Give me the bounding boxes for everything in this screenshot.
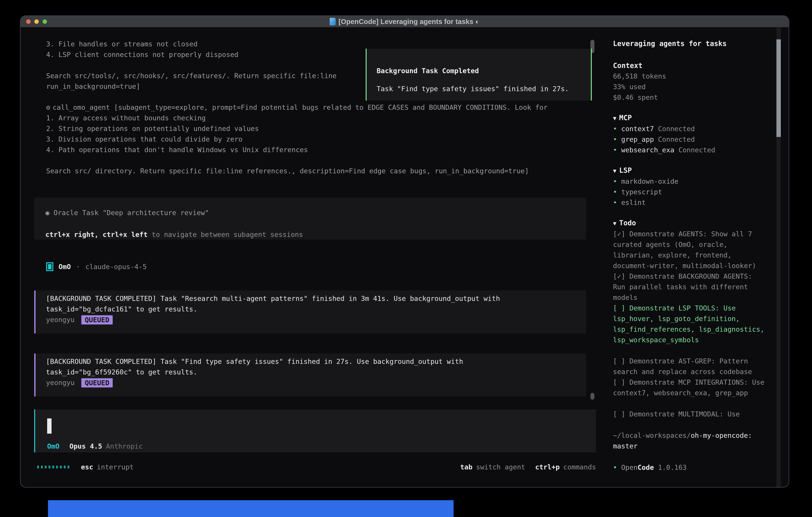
todo-text: Demonstrate BACKGROUND AGENTS: Run paral…	[613, 272, 752, 301]
task-message-meta: yeongyu QUEUED	[46, 315, 586, 325]
esc-key-hint: esc	[81, 463, 93, 471]
tool-call-text: call_omo_agent [subagent_type=explore, p…	[53, 103, 548, 111]
terminal-line: 3. File handles or streams not closed	[46, 39, 337, 49]
todo-item: [ ] Demonstrate MCP INTEGRATIONS: Use co…	[613, 377, 767, 398]
esc-key-label: interrupt	[97, 463, 134, 471]
text-cursor	[47, 418, 52, 434]
main-scrollbar-thumb-bottom[interactable]	[590, 393, 594, 400]
spinner-dots-icon	[37, 466, 69, 468]
todo-item: [✓] Demonstrate BACKGROUND AGENTS: Run p…	[613, 271, 767, 303]
status-bar: esc interrupt tabswitch agent ctrl+pcomm…	[34, 462, 596, 472]
minimize-window-button[interactable]	[34, 19, 39, 24]
task-message-line1: [BACKGROUND TASK COMPLETED] Task "Find t…	[46, 356, 586, 367]
agent-session-header: OmO · claude-opus-4-5	[46, 261, 147, 272]
queued-status-badge: QUEUED	[81, 315, 113, 324]
session-title: Leveraging agents for tasks	[613, 38, 789, 49]
chevron-down-icon: ▼	[613, 167, 616, 174]
context-stats: 66,518 tokens33% used$0.46 spent	[613, 71, 789, 103]
chevron-down-icon: ▼	[613, 220, 616, 227]
todo-text: Demonstrate MCP INTEGRATIONS: Use contex…	[613, 378, 764, 397]
tool-call-output: ⚙call_omo_agent [subagent_type=explore, …	[46, 102, 548, 176]
terminal-line	[46, 155, 548, 166]
ctrl-p-key-label: commands	[563, 463, 596, 471]
window-content: 3. File handles or streams not closed4. …	[21, 27, 789, 487]
terminal-line: 4. Path operations that don't handle Win…	[46, 144, 548, 155]
lsp-item: • typescript	[613, 187, 789, 197]
traffic-lights	[26, 16, 47, 27]
git-branch: master	[613, 442, 638, 450]
todo-item: [ ] Demonstrate AST-GREP: Pattern search…	[613, 356, 767, 377]
task-user: yeongyu	[46, 315, 75, 325]
context-stat-line: $0.46 spent	[613, 92, 789, 103]
status-right: tabswitch agent ctrl+pcommands	[460, 463, 596, 471]
todo-checkbox: [ ]	[613, 410, 625, 418]
window-title: [OpenCode] Leveraging agents for tasks ◐	[339, 18, 480, 26]
lsp-list: • markdown-oxide• typescript• eslint	[613, 176, 789, 208]
task-message-line2: task_id="bg_6f59260c" to get results.	[46, 367, 586, 377]
prompt-input[interactable]: OmOOpus 4.5Anthropic	[34, 409, 596, 453]
todo-text: Demonstrate AGENTS: Show all 7 curated a…	[613, 230, 756, 270]
document-icon	[330, 18, 336, 25]
sidebar-scrollbar-thumb[interactable]	[777, 39, 781, 137]
terminal-line: 4. LSP client connections not properly d…	[46, 49, 337, 60]
terminal-main-pane[interactable]: 3. File handles or streams not closed4. …	[21, 27, 605, 487]
lsp-item: • eslint	[613, 197, 789, 208]
todo-item: [✓] Demonstrate AGENTS: Show all 7 curat…	[613, 229, 767, 271]
agent-model: claude-opus-4-5	[85, 263, 147, 271]
status-dot-icon: •	[613, 198, 617, 207]
ctrl-p-key-hint: ctrl+p	[535, 463, 560, 471]
mcp-item: • context7 Connected	[613, 124, 789, 134]
mcp-section-header[interactable]: ▼MCP	[613, 113, 789, 124]
task-user: yeongyu	[46, 377, 75, 388]
task-message-line1: [BACKGROUND TASK COMPLETED] Task "Resear…	[46, 293, 586, 304]
todo-checkbox: [ ]	[613, 304, 625, 312]
lsp-section-header[interactable]: ▼LSP	[613, 165, 789, 176]
chevron-down-icon: ▼	[613, 115, 616, 121]
tab-key-hint: tab	[460, 463, 472, 471]
session-sidebar: Leveraging agents for tasks Context 66,5…	[605, 27, 789, 487]
todo-text: Demonstrate MULTIMODAL: Use	[629, 410, 740, 418]
status-dot-icon: •	[613, 125, 617, 133]
workspace-path: ~/local-workspaces/oh-my-opencode: maste…	[613, 430, 767, 452]
app-version: • OpenCode 1.0.163	[613, 462, 789, 473]
titlebar[interactable]: [OpenCode] Leveraging agents for tasks ◐	[21, 16, 789, 27]
input-model-label: Opus 4.5	[69, 442, 102, 450]
todo-text: Demonstrate AST-GREP: Pattern search and…	[613, 357, 752, 376]
background-task-messages: [BACKGROUND TASK COMPLETED] Task "Resear…	[34, 291, 586, 416]
background-task-notification: Background Task Completed Task "Find typ…	[366, 49, 592, 101]
lsp-item: • markdown-oxide	[613, 176, 789, 187]
close-window-button[interactable]	[26, 19, 31, 24]
zoom-window-button[interactable]	[42, 19, 47, 24]
subagent-navigation-hint: ctrl+x right, ctrl+x left to navigate be…	[46, 229, 575, 240]
tab-key-label: switch agent	[476, 463, 525, 471]
mcp-item: • websearch_exa Connected	[613, 145, 789, 155]
oracle-task-title: ◉ Oracle Task "Deep architecture review"	[46, 208, 575, 218]
status-dot-icon: •	[613, 177, 617, 185]
task-message-meta: yeongyu QUEUED	[46, 377, 586, 388]
mcp-list: • context7 Connected• grep_app Connected…	[613, 124, 789, 155]
app-window: [OpenCode] Leveraging agents for tasks ◐…	[20, 16, 789, 488]
todo-item: [ ] Demonstrate LSP TOOLS: Use lsp_hover…	[613, 303, 767, 345]
input-agent-label: OmO	[47, 442, 59, 450]
notification-body: Task "Find type safety issues" finished …	[377, 84, 581, 94]
oracle-task-panel: ◉ Oracle Task "Deep architecture review"…	[34, 197, 586, 240]
input-model-line: OmOOpus 4.5Anthropic	[47, 441, 143, 452]
context-header: Context	[613, 60, 789, 71]
status-dot-icon: •	[613, 135, 617, 143]
tool-call-line: ⚙call_omo_agent [subagent_type=explore, …	[46, 102, 548, 113]
terminal-line: 1. Array access without bounds checking	[46, 113, 548, 124]
todo-section-header[interactable]: ▼Todo	[613, 218, 789, 229]
background-task-message: [BACKGROUND TASK COMPLETED] Task "Resear…	[34, 291, 586, 333]
status-dot-icon: •	[613, 188, 617, 196]
todo-checkbox: [✓]	[613, 230, 625, 238]
todo-item: [ ] Demonstrate MULTIMODAL: Use	[613, 409, 767, 419]
background-task-message: [BACKGROUND TASK COMPLETED] Task "Find t…	[34, 353, 586, 397]
queued-status-badge: QUEUED	[81, 378, 113, 387]
task-message-line2: task_id="bg_dcfac161" to get results.	[46, 304, 586, 315]
todo-text: Demonstrate LSP TOOLS: Use lsp_hover, ls…	[613, 304, 764, 344]
context-stat-line: 66,518 tokens	[613, 71, 789, 82]
scrollback-text: 3. File handles or streams not closed4. …	[46, 39, 337, 92]
terminal-line: 2. String operations on potentially unde…	[46, 124, 548, 134]
notification-title: Background Task Completed	[377, 65, 581, 76]
status-dot-icon: •	[613, 146, 617, 154]
